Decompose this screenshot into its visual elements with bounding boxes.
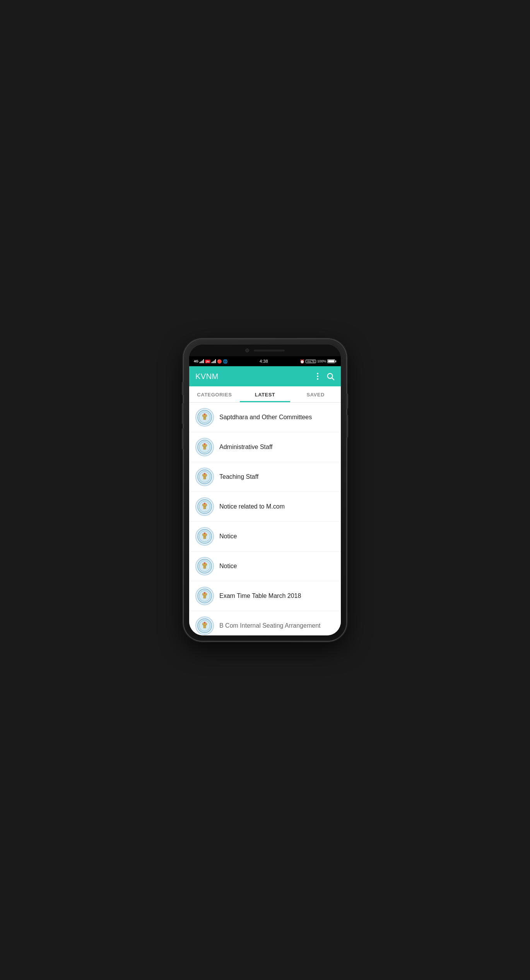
item-title: Administrative Staff: [219, 443, 273, 451]
svg-rect-15: [203, 477, 206, 479]
search-button[interactable]: [326, 372, 335, 381]
item-title: Teaching Staff: [219, 473, 258, 481]
app-screen: KVNM CATEGORIES LATEST SAVED: [189, 366, 341, 635]
svg-point-21: [204, 503, 205, 504]
svg-rect-30: [203, 566, 206, 569]
svg-rect-35: [203, 596, 206, 598]
svg-rect-5: [203, 417, 206, 420]
jio-badge: jio: [205, 360, 210, 363]
list-item[interactable]: B Com Internal Seating Arrangement: [189, 611, 341, 635]
list-item[interactable]: Notice: [189, 551, 341, 581]
tab-latest[interactable]: LATEST: [240, 386, 291, 402]
signal-bars-1: [200, 359, 204, 363]
vodafone-icon: 🔴: [217, 359, 222, 364]
svg-rect-10: [203, 447, 206, 449]
list-item[interactable]: Saptdhara and Other Committees: [189, 403, 341, 432]
svg-point-6: [204, 413, 205, 415]
status-bar: 4G jio 🔴 🌐 4:38 ⏰ VoLTE 100%: [189, 356, 341, 366]
status-right: ⏰ VoLTE 100%: [300, 359, 336, 364]
item-title: Exam Time Table March 2018: [219, 592, 301, 600]
app-bar: KVNM: [189, 366, 341, 386]
item-title: Notice related to M.com: [219, 503, 285, 511]
battery-icon: [327, 359, 336, 363]
avatar: [195, 408, 214, 427]
app-title: KVNM: [195, 372, 219, 381]
avatar: [195, 616, 214, 635]
svg-rect-25: [203, 536, 206, 539]
speaker-bar: [254, 350, 285, 352]
avatar: [195, 468, 214, 486]
svg-point-41: [204, 622, 205, 623]
list-item[interactable]: Notice related to M.com: [189, 492, 341, 522]
signal-4g: 4G: [194, 359, 198, 363]
signal-bars-2: [212, 359, 216, 363]
menu-dots-button[interactable]: [317, 373, 318, 380]
item-title: Notice: [219, 562, 237, 570]
camera-dot: [245, 348, 249, 352]
avatar: [195, 557, 214, 575]
phone-top-bar: [189, 345, 341, 356]
list-item[interactable]: Teaching Staff: [189, 462, 341, 492]
svg-line-1: [332, 378, 334, 380]
list-item[interactable]: Exam Time Table March 2018: [189, 581, 341, 611]
svg-point-31: [204, 562, 205, 564]
svg-point-16: [204, 473, 205, 475]
tab-categories[interactable]: CATEGORIES: [189, 386, 240, 402]
avatar: [195, 527, 214, 546]
svg-point-26: [204, 533, 205, 534]
svg-point-11: [204, 443, 205, 445]
list-item[interactable]: Notice: [189, 522, 341, 551]
svg-rect-40: [203, 626, 206, 628]
svg-rect-20: [203, 507, 206, 509]
avatar: [195, 497, 214, 516]
phone-screen: 4G jio 🔴 🌐 4:38 ⏰ VoLTE 100%: [189, 345, 341, 635]
list-item[interactable]: Administrative Staff: [189, 432, 341, 462]
avatar: [195, 438, 214, 456]
globe-icon: 🌐: [223, 359, 227, 364]
alarm-icon: ⏰: [300, 359, 304, 364]
battery-percent: 100%: [317, 359, 326, 363]
list-container: Saptdhara and Other Committees Ad: [189, 403, 341, 635]
app-bar-actions: [317, 372, 335, 381]
tabs-bar: CATEGORIES LATEST SAVED: [189, 386, 341, 403]
tab-saved[interactable]: SAVED: [290, 386, 341, 402]
item-title: Saptdhara and Other Committees: [219, 413, 312, 422]
item-title: Notice: [219, 533, 237, 541]
svg-point-36: [204, 592, 205, 594]
status-left: 4G jio 🔴 🌐: [194, 359, 227, 364]
status-time: 4:38: [260, 359, 268, 364]
avatar: [195, 587, 214, 605]
item-title: B Com Internal Seating Arrangement: [219, 622, 320, 630]
phone-shell: 4G jio 🔴 🌐 4:38 ⏰ VoLTE 100%: [184, 339, 346, 641]
volte-badge: VoLTE: [306, 360, 316, 363]
